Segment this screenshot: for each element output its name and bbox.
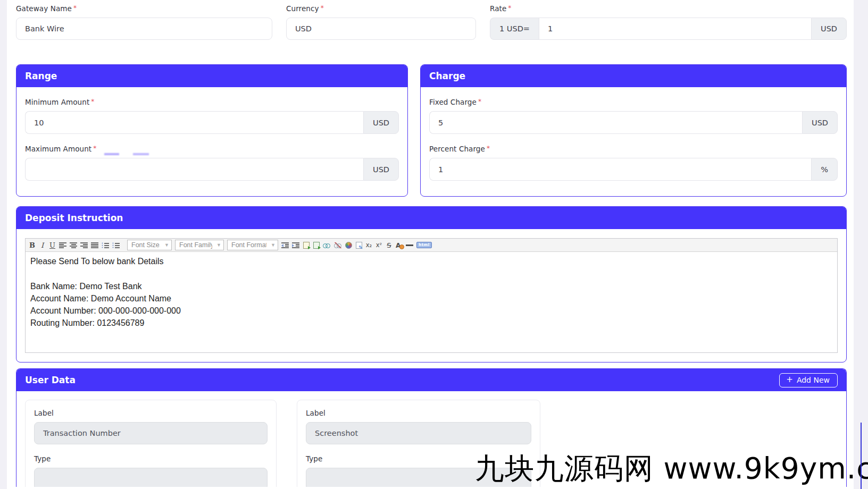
rate-label-text: Rate <box>490 4 506 13</box>
subscript-icon[interactable]: x₂ <box>364 240 373 250</box>
unordered-list-icon[interactable] <box>111 240 121 250</box>
underline-icon[interactable]: U <box>48 240 57 250</box>
minimum-amount-input[interactable] <box>25 111 363 134</box>
font-family-select[interactable]: Font Family. ▼ <box>175 240 224 250</box>
rich-text-editor: B I U Font Size... ▼ <box>25 238 838 353</box>
outdent-icon[interactable] <box>280 240 290 250</box>
font-format-select[interactable]: Font Format ▼ <box>227 240 278 250</box>
deposit-instruction-card: Deposit Instruction B I U <box>16 206 847 362</box>
bold-icon[interactable]: B <box>28 240 37 250</box>
range-card-title: Range <box>25 71 57 81</box>
html-source-icon[interactable]: html <box>415 240 433 250</box>
user-data-label-title: Label <box>306 409 531 417</box>
fixed-charge-currency-suffix: USD <box>802 111 838 134</box>
minimum-amount-label: Minimum Amount* <box>25 98 399 106</box>
plus-icon: + <box>786 376 793 384</box>
color-palette-icon[interactable] <box>344 240 353 250</box>
chevron-down-icon: ▼ <box>271 242 276 248</box>
range-card: Range Minimum Amount* USD Maximum Amount… <box>16 64 408 197</box>
editor-toolbar: B I U Font Size... ▼ <box>26 239 837 252</box>
fixed-charge-input[interactable] <box>429 111 802 134</box>
percent-charge-label-text: Percent Charge <box>429 145 485 153</box>
italic-icon[interactable]: I <box>38 240 47 250</box>
maximum-amount-input[interactable] <box>25 158 363 181</box>
rate-prefix: 1 USD= <box>490 18 539 40</box>
required-asterisk: * <box>321 4 324 12</box>
fixed-charge-field-group: Fixed Charge* USD <box>429 98 838 134</box>
rate-suffix: USD <box>811 18 847 40</box>
required-asterisk: * <box>93 145 96 152</box>
maximum-amount-label: Maximum Amount* <box>25 145 399 153</box>
deposit-instruction-editor-content[interactable]: Please Send To below bank Details Bank N… <box>26 252 837 352</box>
editor-line <box>30 267 832 280</box>
currency-input[interactable] <box>286 18 476 40</box>
font-size-select[interactable]: Font Size... ▼ <box>127 240 172 250</box>
currency-label-text: Currency <box>286 4 319 13</box>
add-new-button[interactable]: + Add New <box>779 373 838 387</box>
user-data-type-input[interactable] <box>34 468 268 487</box>
gateway-name-label: Gateway Name* <box>16 4 272 13</box>
user-data-type-title: Type <box>34 454 268 463</box>
watermark-border-line <box>861 423 862 489</box>
rate-label: Rate* <box>490 4 847 13</box>
top-fields-row: Gateway Name* Currency* Rate* 1 USD= USD <box>16 4 847 40</box>
align-center-icon[interactable] <box>69 240 78 250</box>
add-new-button-label: Add New <box>797 376 830 384</box>
currency-field-group: Currency* <box>286 4 476 40</box>
gateway-name-label-text: Gateway Name <box>16 4 72 13</box>
gateway-name-field-group: Gateway Name* <box>16 4 272 40</box>
percent-charge-percent-suffix: % <box>811 158 838 181</box>
paste-from-word-icon[interactable] <box>302 240 311 250</box>
insert-link-icon[interactable] <box>322 240 332 250</box>
deposit-instruction-header: Deposit Instruction <box>16 207 846 229</box>
paste-plain-icon[interactable] <box>312 240 321 250</box>
font-size-select-label: Font Size... <box>131 241 160 249</box>
font-family-select-label: Font Family. <box>179 241 212 249</box>
superscript-icon[interactable]: x² <box>374 240 383 250</box>
indent-icon[interactable] <box>291 240 301 250</box>
charge-card-header: Charge <box>421 65 846 87</box>
user-data-item: Label Type <box>25 400 277 487</box>
maximum-amount-field-group: Maximum Amount* USD <box>25 145 399 181</box>
user-data-title: User Data <box>25 375 76 385</box>
editor-line: Account Number: 000-000-000-000-000 <box>30 305 832 317</box>
fixed-charge-label: Fixed Charge* <box>429 98 838 106</box>
font-color-icon[interactable]: A <box>395 240 404 250</box>
required-asterisk: * <box>478 98 481 105</box>
currency-label: Currency* <box>286 4 476 13</box>
remove-link-icon[interactable] <box>333 240 343 250</box>
required-asterisk: * <box>91 98 94 105</box>
font-format-select-label: Font Format <box>231 241 266 249</box>
gateway-name-input[interactable] <box>16 18 272 40</box>
horizontal-rule-icon[interactable] <box>405 240 414 250</box>
gateway-edit-form: Gateway Name* Currency* Rate* 1 USD= USD <box>7 0 854 489</box>
editor-line: Account Name: Demo Account Name <box>30 292 832 305</box>
editor-line: Routing Number: 0123456789 <box>30 317 832 329</box>
charge-card: Charge Fixed Charge* USD Percent Charge* <box>420 64 847 197</box>
deposit-instruction-title: Deposit Instruction <box>25 213 123 223</box>
rate-field-group: Rate* 1 USD= USD <box>490 4 847 40</box>
align-justify-icon[interactable] <box>90 240 99 250</box>
align-left-icon[interactable] <box>58 240 68 250</box>
percent-charge-input[interactable] <box>429 158 811 181</box>
edit-page-icon[interactable] <box>354 240 363 250</box>
minimum-amount-currency-suffix: USD <box>363 111 399 134</box>
editor-line: Please Send To below bank Details <box>30 255 832 267</box>
strikethrough-icon[interactable]: S <box>385 240 394 250</box>
chevron-down-icon: ▼ <box>164 242 169 248</box>
chevron-down-icon: ▼ <box>216 242 221 248</box>
editor-line: Bank Name: Demo Test Bank <box>30 280 832 292</box>
percent-charge-label: Percent Charge* <box>429 145 838 153</box>
minimum-amount-label-text: Minimum Amount <box>25 98 89 106</box>
maximum-amount-label-text: Maximum Amount <box>25 145 91 153</box>
ordered-list-icon[interactable] <box>101 240 110 250</box>
rate-input[interactable] <box>539 18 811 40</box>
user-data-label-input[interactable] <box>306 422 531 444</box>
align-right-icon[interactable] <box>79 240 89 250</box>
user-data-header: User Data + Add New <box>16 369 846 391</box>
user-data-label-title: Label <box>34 409 268 417</box>
user-data-label-input[interactable] <box>34 422 268 444</box>
maximum-amount-currency-suffix: USD <box>363 158 399 181</box>
fixed-charge-label-text: Fixed Charge <box>429 98 477 106</box>
required-asterisk: * <box>73 4 77 12</box>
